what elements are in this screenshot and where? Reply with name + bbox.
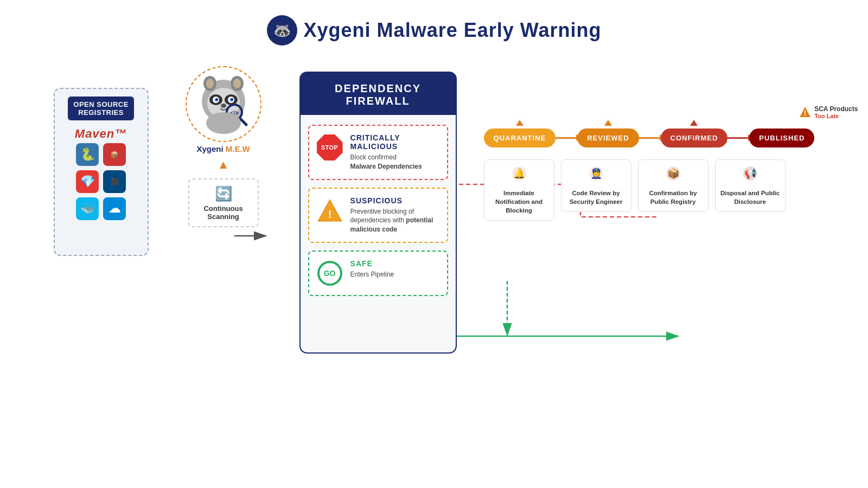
npm-icon: 📦 (103, 143, 126, 166)
warning-icon: ! (316, 196, 344, 224)
svg-text:!: ! (804, 110, 806, 117)
safe-desc: Enters Pipeline (350, 270, 441, 279)
confirmed-stage: CONFIRMED (661, 129, 728, 147)
page-header: 🦝 Xygeni Malware Early Warning (0, 0, 868, 55)
quarantine-badge: QUARANTINE (484, 129, 556, 147)
confirmed-triangle (690, 120, 698, 126)
stop-sign-icon: STOP (316, 133, 344, 162)
published-stage: PUBLISHED (749, 129, 814, 147)
reviewed-badge: REVIEWED (577, 129, 639, 147)
svg-point-14 (233, 79, 241, 88)
stage-arrow-1 (556, 137, 577, 139)
scanning-label: Continuous Scanning (194, 204, 253, 221)
maven-icon: Maven™ (75, 127, 127, 141)
mascot-circle: </> (186, 66, 261, 142)
critical-title: CRITICALLY MALICIOUS (350, 133, 441, 151)
confirmation-card: 📦 Confirmation by Public Registry (638, 159, 709, 212)
sca-title: SCA Products (814, 105, 858, 113)
critical-section: STOP CRITICALLY MALICIOUS Block confirme… (308, 125, 448, 180)
header-title: Xygeni Malware Early Warning (304, 19, 602, 42)
disposal-card: 📢 Disposal and Public Disclosure (715, 159, 786, 212)
pipeline-area: ! SCA Products Too Late QUARANTINE REVIE (473, 72, 815, 221)
published-badge: PUBLISHED (749, 129, 814, 147)
scanning-up-arrow: ▲ (218, 158, 229, 172)
python-icon: 🐍 (76, 143, 99, 166)
quarantine-stage: QUARANTINE (484, 129, 556, 147)
nuget-icon: ⬛ (103, 170, 126, 193)
reviewed-stage: REVIEWED (577, 129, 639, 147)
scanning-box: 🔄 Continuous Scanning (188, 178, 259, 227)
svg-point-28 (206, 112, 241, 134)
docker-icon: 🐳 (76, 197, 99, 220)
scanning-icon: 🔄 (215, 185, 232, 202)
registries-box: OPEN SOURCEREGISTRIES Maven™ 🐍 📦 💎 ⬛ 🐳 ☁ (54, 88, 149, 256)
svg-text:👮: 👮 (590, 168, 603, 179)
mascot-svg: </> (191, 72, 256, 137)
mascot-label-accent: M.E.W (226, 144, 250, 153)
disposal-icon: 📢 (742, 165, 758, 185)
mascot-label: Xygeni M.E.W (196, 144, 250, 153)
svg-point-24 (221, 104, 226, 108)
sca-warning: ! SCA Products Too Late (799, 105, 858, 119)
mascot-area: </> Xygeni M.E.W ▲ 🔄 Continuous Scanning (180, 66, 267, 227)
notification-icon: 🔔 (511, 165, 527, 185)
stage-arrow-3 (727, 137, 749, 139)
main-layout: OPEN SOURCEREGISTRIES Maven™ 🐍 📦 💎 ⬛ 🐳 ☁ (0, 55, 868, 354)
svg-point-22 (216, 99, 218, 100)
registries-title: OPEN SOURCEREGISTRIES (68, 97, 134, 120)
safe-title: SAFE (350, 259, 441, 268)
critical-desc: Block confirmedMalware Dependencies (350, 153, 441, 171)
notification-card: 🔔 Immediate Notification and Blocking (484, 159, 554, 221)
confirmation-text: Confirmation by Public Registry (643, 189, 704, 206)
stage-arrow-2 (639, 137, 661, 139)
suspicious-title: SUSPICIOUS (350, 196, 441, 205)
quarantine-triangle (516, 120, 524, 126)
header-logo: 🦝 (267, 15, 297, 46)
svg-text:🔔: 🔔 (513, 168, 526, 179)
sca-subtitle: Too Late (814, 113, 858, 119)
svg-point-13 (206, 79, 214, 88)
firewall-title: DEPENDENCY FIREWALL (301, 73, 456, 115)
stages-row: QUARANTINE REVIEWED CONFIRMED (484, 129, 815, 147)
safe-section: GO SAFE Enters Pipeline (308, 251, 448, 296)
code-review-text: Code Review by Security Engineer (566, 189, 627, 206)
code-review-card: 👮 Code Review by Security Engineer (561, 159, 631, 212)
code-review-icon: 👮 (588, 165, 604, 185)
ruby-icon: 💎 (76, 170, 99, 193)
firewall-body: STOP CRITICALLY MALICIOUS Block confirme… (301, 115, 456, 352)
disposal-text: Disposal and Public Disclosure (720, 189, 781, 206)
registry-icons: 🐍 📦 💎 ⬛ 🐳 ☁ (76, 143, 126, 220)
firewall-box: DEPENDENCY FIREWALL STOP CRITICALLY MALI… (299, 72, 457, 354)
svg-point-23 (231, 99, 233, 100)
sca-warning-icon: ! (799, 106, 811, 118)
info-cards-row: 🔔 Immediate Notification and Blocking 👮 … (484, 159, 815, 221)
svg-text:!: ! (328, 208, 331, 220)
go-circle-icon: GO (316, 259, 344, 287)
confirmed-badge: CONFIRMED (661, 129, 728, 147)
svg-text:📦: 📦 (667, 168, 680, 179)
suspicious-desc: Preventive blocking of dependencies with… (350, 207, 441, 234)
notification-text: Immediate Notification and Blocking (489, 189, 550, 215)
azure-icon: ☁ (103, 197, 126, 220)
confirmation-icon: 📦 (665, 165, 681, 185)
reviewed-triangle (604, 120, 612, 126)
svg-text:📢: 📢 (744, 168, 757, 179)
suspicious-section: ! SUSPICIOUS Preventive blocking of depe… (308, 188, 448, 243)
